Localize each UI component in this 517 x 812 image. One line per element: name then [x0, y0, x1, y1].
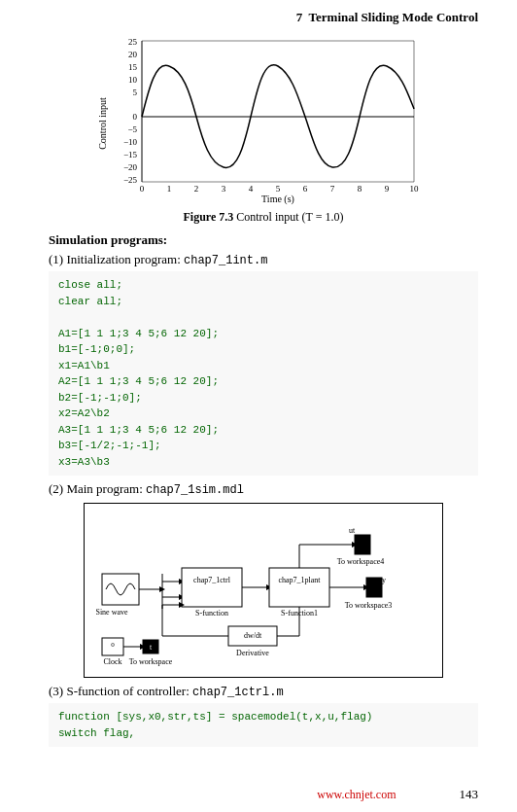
- svg-text:−20: −20: [123, 162, 138, 172]
- page-number: 143: [460, 787, 479, 802]
- svg-text:0: 0: [111, 641, 115, 649]
- svg-text:Time (s): Time (s): [261, 194, 294, 205]
- svg-text:To workspace4: To workspace4: [337, 557, 385, 566]
- subsection1-title: (1) Initialization program: chap7_1int.m: [49, 252, 478, 267]
- svg-text:5: 5: [133, 88, 138, 97]
- svg-text:chap7_1ctrl: chap7_1ctrl: [193, 576, 231, 584]
- svg-rect-43: [366, 578, 382, 597]
- svg-text:10: 10: [128, 75, 138, 85]
- chart-area: Control input 25 20 15 10 5 0 −5 −10 −15…: [98, 31, 429, 206]
- svg-text:Sine wave: Sine wave: [95, 608, 128, 617]
- svg-text:25: 25: [128, 37, 138, 47]
- svg-text:Control input: Control input: [98, 97, 108, 150]
- svg-text:10: 10: [410, 184, 420, 194]
- svg-text:20: 20: [128, 50, 138, 59]
- svg-text:0: 0: [140, 184, 145, 194]
- svg-text:0: 0: [133, 112, 138, 122]
- code-line: b2=[-1;-1;0];: [58, 390, 468, 406]
- svg-text:−5: −5: [127, 124, 137, 134]
- svg-text:To workspace3: To workspace3: [345, 601, 393, 610]
- code-line: b1=[-1;0;0];: [58, 341, 468, 358]
- subsection3-title: (3) S-function of controller: chap7_1ctr…: [49, 684, 478, 699]
- footer: www.chnjet.com 143: [0, 787, 517, 802]
- svg-text:2: 2: [194, 184, 199, 194]
- svg-text:3: 3: [222, 184, 226, 194]
- simulink-diagram: Sine wave chap7_1ctrl S-function chap7_1…: [84, 503, 443, 678]
- code-line: A1=[1 1 1;3 4 5;6 12 20];: [58, 326, 468, 342]
- svg-text:7: 7: [330, 184, 335, 194]
- svg-rect-39: [269, 568, 329, 607]
- svg-text:15: 15: [128, 62, 138, 72]
- svg-text:5: 5: [276, 184, 281, 194]
- chapter-header: 7 Terminal Sliding Mode Control: [296, 10, 478, 25]
- code-block-3: function [sys,x0,str,ts] = spacemodel(t,…: [49, 703, 478, 747]
- svg-text:Clock: Clock: [103, 657, 121, 666]
- footer-url: www.chnjet.com: [254, 788, 459, 802]
- section-title: Simulation programs:: [49, 232, 478, 248]
- svg-rect-48: [355, 535, 370, 554]
- svg-text:Derivative: Derivative: [236, 649, 269, 657]
- code-line: x2=A2\b2: [58, 406, 468, 422]
- svg-text:4: 4: [249, 184, 254, 194]
- code-line: switch flag,: [58, 725, 468, 742]
- svg-text:6: 6: [303, 184, 308, 194]
- code-line: x3=A3\b3: [58, 454, 468, 471]
- svg-text:−10: −10: [123, 137, 138, 147]
- code-line: function [sys,x0,str,ts] = spacemodel(t,…: [58, 709, 468, 725]
- svg-text:−25: −25: [123, 175, 138, 185]
- svg-text:9: 9: [385, 184, 390, 194]
- svg-rect-35: [182, 568, 242, 607]
- code-block-1: close all; clear all; A1=[1 1 1;3 4 5;6 …: [49, 271, 478, 476]
- svg-text:dw/dt: dw/dt: [244, 631, 262, 640]
- svg-text:ut: ut: [349, 526, 356, 535]
- code-line: A2=[1 1 1;3 4 5;6 12 20];: [58, 373, 468, 390]
- figure-caption: Figure 7.3 Control input (T = 1.0): [184, 210, 344, 225]
- svg-text:8: 8: [358, 184, 362, 194]
- svg-text:1: 1: [167, 184, 172, 194]
- code-line: close all;: [58, 277, 468, 294]
- svg-rect-29: [102, 574, 139, 605]
- figure-container: Control input 25 20 15 10 5 0 −5 −10 −15…: [49, 31, 478, 225]
- simulink-container: Sine wave chap7_1ctrl S-function chap7_1…: [49, 503, 478, 678]
- svg-text:−15: −15: [123, 150, 138, 159]
- code-line: A3=[1 1 1;3 4 5;6 12 20];: [58, 422, 468, 439]
- svg-text:y: y: [382, 576, 386, 584]
- code-line: clear all;: [58, 294, 468, 310]
- code-line: [58, 309, 468, 326]
- subsection2-title: (2) Main program: chap7_1sim.mdl: [49, 481, 478, 497]
- svg-text:chap7_1plant: chap7_1plant: [278, 576, 321, 584]
- code-line: b3=[-1/2;-1;-1];: [58, 438, 468, 454]
- svg-text:S-function: S-function: [195, 609, 228, 618]
- code-line: x1=A1\b1: [58, 358, 468, 374]
- svg-text:To workspace: To workspace: [129, 657, 173, 666]
